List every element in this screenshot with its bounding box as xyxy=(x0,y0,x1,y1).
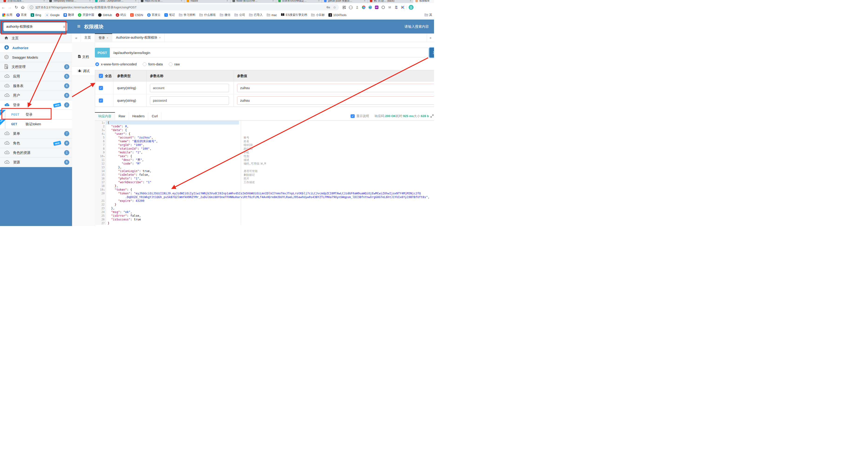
browser-tab[interactable]: Zana - JumpServer…× xyxy=(93,0,138,3)
bookmark-item[interactable]: GGoogle xyxy=(45,13,60,17)
extension-icon-chrome[interactable] xyxy=(362,5,366,9)
param-checkbox[interactable]: ✓ xyxy=(99,86,103,90)
doc-tab[interactable]: 登录× xyxy=(95,33,112,42)
tab-close-icon[interactable]: × xyxy=(135,0,136,2)
response-tab[interactable]: Raw xyxy=(115,112,129,120)
browser-tab[interactable]: 目录水印5分钟搞定…× xyxy=(276,0,322,3)
browser-tab[interactable]: 注音/32Jack…× xyxy=(1,0,47,3)
extension-icon-rp[interactable]: RP xyxy=(375,5,379,9)
sidebar-item[interactable]: Authorize xyxy=(0,43,72,53)
extension-icon-keep[interactable] xyxy=(401,5,405,9)
sidebar-item[interactable]: API角色的资源1 xyxy=(0,148,72,158)
fold-arrow-icon[interactable]: ▾ xyxy=(103,130,104,132)
browser-tab[interactable]: https://s.nz.te…× xyxy=(138,0,184,3)
doc-tab[interactable]: 主页 xyxy=(81,33,95,42)
extension-icon-m-shield[interactable]: M xyxy=(388,5,392,9)
profile-avatar[interactable] xyxy=(409,5,413,10)
response-tab[interactable]: 响应内容 xyxy=(95,112,115,120)
browser-tab[interactable]: Temporary Interac…× xyxy=(47,0,93,3)
site-info-icon[interactable]: i xyxy=(30,6,33,9)
address-bar[interactable]: i 127.0.0.1:8760/api/gate/doc.html#/auth… xyxy=(27,4,339,10)
bookmark-item[interactable]: CCSDN xyxy=(130,13,143,17)
extension-icon-braces[interactable]: {…} xyxy=(349,5,353,9)
collapse-sidebar-button[interactable]: « xyxy=(72,33,81,42)
select-all-checkbox[interactable]: ✓ xyxy=(99,74,103,78)
search-input[interactable]: 请输入搜索内容 xyxy=(404,24,429,29)
doc-tab[interactable]: Authorize-authority-权限模块× xyxy=(112,33,164,42)
param-name-input[interactable]: password xyxy=(150,96,229,105)
bookmark-item[interactable]: ES搜索引擎文档 xyxy=(281,13,307,17)
sidebar-item-get-验证token[interactable]: NEWGET验证token xyxy=(0,119,72,129)
tab-close-icon[interactable]: × xyxy=(410,0,411,2)
content-type-radio[interactable]: form-data xyxy=(143,62,163,66)
bookmark-item[interactable]: 应用 xyxy=(2,13,12,17)
tab-close-icon[interactable]: × xyxy=(227,0,228,2)
content-type-radio[interactable]: x-www-form-urlencoded xyxy=(95,62,137,66)
extension-icon-qr[interactable] xyxy=(342,5,346,9)
browser-tab[interactable]: Hasee× xyxy=(184,0,230,3)
bookmark-item[interactable]: GitHub xyxy=(98,13,112,17)
browser-tab[interactable]: 热门们还… (back)× xyxy=(368,0,413,3)
bookmark-item[interactable]: 小目标 xyxy=(311,13,325,17)
bookmark-item[interactable]: 微信 xyxy=(220,13,230,17)
tab-close-icon[interactable]: × xyxy=(273,0,274,2)
extension-icon-translate[interactable]: 英en xyxy=(355,5,359,9)
sidebar-item[interactable]: API角色NEW8 xyxy=(0,139,72,148)
tab-close-icon[interactable]: × xyxy=(364,0,365,2)
module-select[interactable]: authority-权限模块 ▲▼ xyxy=(3,22,67,31)
forward-icon[interactable]: → xyxy=(6,5,13,10)
bookmark-item[interactable]: 译翻译 xyxy=(63,13,74,17)
browser-tab-strip[interactable]: 注音/32Jack…×Temporary Interac…×Zana - Jum… xyxy=(0,0,434,3)
param-name-input[interactable]: account xyxy=(150,84,229,92)
bookmark-item[interactable]: 公司 xyxy=(234,13,245,17)
param-value-input[interactable]: zuihou xyxy=(237,96,434,105)
expand-icon[interactable] xyxy=(431,114,434,118)
response-json-editor[interactable]: 1▾{2 "code": 0,3▾ "data": {4▾ "user": {5… xyxy=(95,120,434,225)
sidebar-item[interactable]: Swagger Models xyxy=(0,53,72,62)
bookmark-item[interactable]: 10241024Tools xyxy=(329,13,346,17)
fold-arrow-icon[interactable]: ▾ xyxy=(103,189,104,191)
translate-page-icon[interactable]: G文 xyxy=(327,6,330,9)
browser-tab[interactable]: 权限模块× xyxy=(413,0,434,3)
content-type-radio[interactable]: raw xyxy=(169,62,180,66)
response-tab[interactable]: Curl xyxy=(148,112,161,120)
tab-close-icon[interactable]: × xyxy=(89,0,91,2)
sidebar-item[interactable]: API应用5 xyxy=(0,72,72,81)
tab-close-icon[interactable]: × xyxy=(107,36,108,39)
show-description-checkbox[interactable]: ✓ xyxy=(350,114,355,118)
bookmark-item[interactable]: 学习资料 xyxy=(179,13,195,17)
sidebar-item[interactable]: 文档管理3 xyxy=(0,62,72,72)
sidebar-item-post-登录[interactable]: NEWPOST登录 xyxy=(0,110,72,119)
bookmark-item[interactable]: 云百度云 xyxy=(147,13,161,17)
extension-icon-ring[interactable] xyxy=(381,5,385,9)
bookmark-item[interactable]: ✎笔记 xyxy=(164,13,175,17)
home-icon[interactable] xyxy=(20,6,26,9)
bookmark-item[interactable]: mac xyxy=(267,13,277,17)
bookmark-item[interactable]: bBing xyxy=(31,13,41,17)
sidebar-item[interactable]: API服务表6 xyxy=(0,81,72,91)
reload-icon[interactable]: ↻ xyxy=(13,5,20,10)
send-button[interactable]: 发送 xyxy=(429,48,434,57)
other-bookmarks[interactable]: 其 xyxy=(425,13,432,17)
response-tab[interactable]: Headers xyxy=(129,112,148,120)
fold-arrow-icon[interactable]: ▾ xyxy=(103,133,104,135)
param-value-input[interactable]: zuihou xyxy=(237,84,434,92)
extension-icon-gitzip[interactable]: GitZip xyxy=(394,5,398,9)
browser-tab[interactable]: Node 师兄5分钟…× xyxy=(230,0,276,3)
back-icon[interactable]: ← xyxy=(0,5,6,10)
menu-icon[interactable]: ≡ xyxy=(77,23,81,30)
tab-close-icon[interactable]: × xyxy=(159,36,161,39)
sidebar-item[interactable]: API用户9 xyxy=(0,91,72,100)
bookmark-item[interactable]: 百百度 xyxy=(16,13,27,17)
sidebar-item[interactable]: API菜单7 xyxy=(0,129,72,139)
fold-arrow-icon[interactable]: ▾ xyxy=(103,122,104,124)
more-tabs-button[interactable]: » xyxy=(427,33,434,42)
browser-tab[interactable]: github push 失败后…× xyxy=(322,0,368,3)
bookmark-item[interactable]: 什么都有 xyxy=(199,13,216,17)
bookmark-item[interactable]: G码云 xyxy=(116,13,126,17)
param-checkbox[interactable]: ✓ xyxy=(99,98,103,103)
mini-tab-调试[interactable]: 调试 xyxy=(72,66,95,76)
bookmark-item[interactable]: C开源中国 xyxy=(78,13,94,17)
sidebar-item[interactable]: 主页 xyxy=(0,33,72,43)
request-url-input[interactable]: /api/authority/anno/login xyxy=(110,48,428,57)
